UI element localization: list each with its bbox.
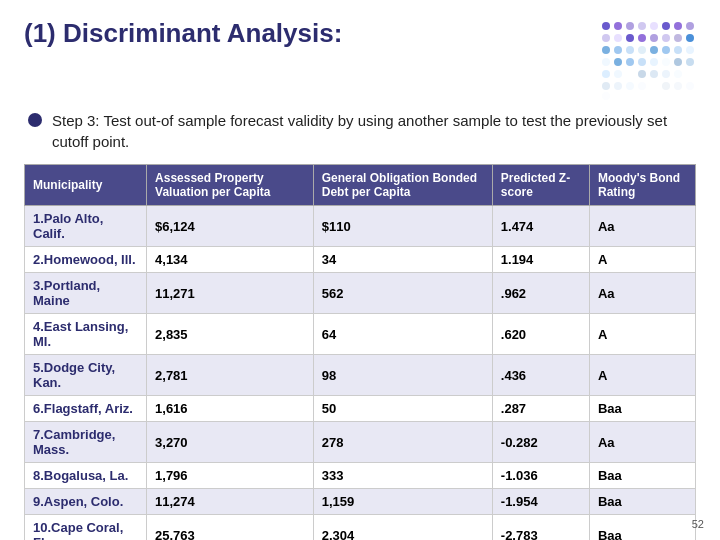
decoration-dot <box>602 82 610 90</box>
decoration-dot <box>614 46 622 54</box>
table-cell: 50 <box>313 396 492 422</box>
table-row: 3.Portland, Maine11,271562.962Aa <box>25 273 696 314</box>
table-cell: Baa <box>589 396 695 422</box>
table-cell: 8.Bogalusa, La. <box>25 463 147 489</box>
table-cell: Baa <box>589 515 695 541</box>
decoration-dot <box>602 92 610 100</box>
decoration-dot <box>626 34 634 42</box>
table-cell: 4.East Lansing, MI. <box>25 314 147 355</box>
decoration-dot <box>614 70 622 78</box>
table-row: 5.Dodge City, Kan.2,78198.436A <box>25 355 696 396</box>
table-cell: 333 <box>313 463 492 489</box>
decoration-dot <box>674 82 682 90</box>
decoration-dot <box>638 34 646 42</box>
table-row: 7.Cambridge, Mass.3,270278-0.282Aa <box>25 422 696 463</box>
decoration-dot <box>614 58 622 66</box>
decoration-dot <box>662 82 670 90</box>
header-area: (1) Discriminant Analysis: <box>24 18 696 100</box>
table-cell: 4,134 <box>147 247 314 273</box>
table-cell: -0.282 <box>492 422 589 463</box>
table-cell: $110 <box>313 206 492 247</box>
table-cell: 2,781 <box>147 355 314 396</box>
decoration-dot <box>674 22 682 30</box>
col-header-rating: Moody's Bond Rating <box>589 165 695 206</box>
table-cell: 3,270 <box>147 422 314 463</box>
table-cell: 1,796 <box>147 463 314 489</box>
table-cell: -1.036 <box>492 463 589 489</box>
decoration-dot <box>638 46 646 54</box>
table-cell: 2,835 <box>147 314 314 355</box>
table-body: 1.Palo Alto, Calif.$6,124$1101.474Aa2.Ho… <box>25 206 696 541</box>
data-table: Municipality Assessed Property Valuation… <box>24 164 696 540</box>
table-row: 9.Aspen, Colo.11,2741,159-1.954Baa <box>25 489 696 515</box>
table-cell: 5.Dodge City, Kan. <box>25 355 147 396</box>
decoration-dot <box>626 46 634 54</box>
decoration-dot <box>614 82 622 90</box>
decoration-dot <box>614 34 622 42</box>
table-row: 4.East Lansing, MI.2,83564.620A <box>25 314 696 355</box>
decoration-dot <box>686 58 694 66</box>
table-cell: Aa <box>589 273 695 314</box>
table-cell: 1.Palo Alto, Calif. <box>25 206 147 247</box>
table-cell: .287 <box>492 396 589 422</box>
decoration-dot <box>650 58 658 66</box>
decoration-dot <box>626 70 634 78</box>
decoration-dot <box>650 34 658 42</box>
col-header-assessed: Assessed Property Valuation per Capita <box>147 165 314 206</box>
decoration-dot <box>638 70 646 78</box>
decoration-dot <box>686 82 694 90</box>
col-header-bonded: General Obligation Bonded Debt per Capit… <box>313 165 492 206</box>
decoration-dot <box>638 22 646 30</box>
decoration-dot <box>662 34 670 42</box>
table-cell: $6,124 <box>147 206 314 247</box>
table-cell: 3.Portland, Maine <box>25 273 147 314</box>
table-cell: .620 <box>492 314 589 355</box>
decoration-dot <box>602 46 610 54</box>
table-cell: 562 <box>313 273 492 314</box>
decoration-dot <box>662 22 670 30</box>
decoration-dot <box>686 34 694 42</box>
decoration-dot <box>626 22 634 30</box>
table-cell: 9.Aspen, Colo. <box>25 489 147 515</box>
decoration-dot <box>602 34 610 42</box>
decoration-dot <box>650 70 658 78</box>
table-cell: A <box>589 314 695 355</box>
table-cell: 11,274 <box>147 489 314 515</box>
table-row: 2.Homewood, Ill.4,134341.194A <box>25 247 696 273</box>
decoration-dot <box>674 46 682 54</box>
decoration-dot <box>638 82 646 90</box>
decoration-dot <box>626 58 634 66</box>
table-cell: 11,271 <box>147 273 314 314</box>
decoration-dot <box>614 22 622 30</box>
table-cell: -1.954 <box>492 489 589 515</box>
table-cell: Baa <box>589 489 695 515</box>
table-cell: 278 <box>313 422 492 463</box>
decoration-dot <box>602 58 610 66</box>
slide-title: (1) Discriminant Analysis: <box>24 18 342 49</box>
table-cell: Aa <box>589 422 695 463</box>
table-row: 1.Palo Alto, Calif.$6,124$1101.474Aa <box>25 206 696 247</box>
bullet-section: Step 3: Test out-of sample forecast vali… <box>24 110 696 152</box>
bullet-icon <box>28 113 42 127</box>
table-cell: 1.474 <box>492 206 589 247</box>
decoration-dot <box>614 92 622 100</box>
decoration-dot <box>650 22 658 30</box>
table-row: 8.Bogalusa, La.1,796333-1.036Baa <box>25 463 696 489</box>
page-number: 52 <box>692 518 704 530</box>
table-cell: Baa <box>589 463 695 489</box>
decoration-dot <box>686 70 694 78</box>
col-header-municipality: Municipality <box>25 165 147 206</box>
col-header-zscore: Predicted Z-score <box>492 165 589 206</box>
decoration-dot <box>662 58 670 66</box>
table-cell: .436 <box>492 355 589 396</box>
table-cell: 10.Cape Coral, Fla. <box>25 515 147 541</box>
decoration-dot <box>686 46 694 54</box>
table-cell: 1.194 <box>492 247 589 273</box>
table-cell: Aa <box>589 206 695 247</box>
decoration-dot <box>650 82 658 90</box>
table-row: 6.Flagstaff, Ariz.1,61650.287Baa <box>25 396 696 422</box>
table-row: 10.Cape Coral, Fla.25,7632,304-2.783Baa <box>25 515 696 541</box>
table-cell: 98 <box>313 355 492 396</box>
table-cell: 1,616 <box>147 396 314 422</box>
decoration-dot <box>686 22 694 30</box>
